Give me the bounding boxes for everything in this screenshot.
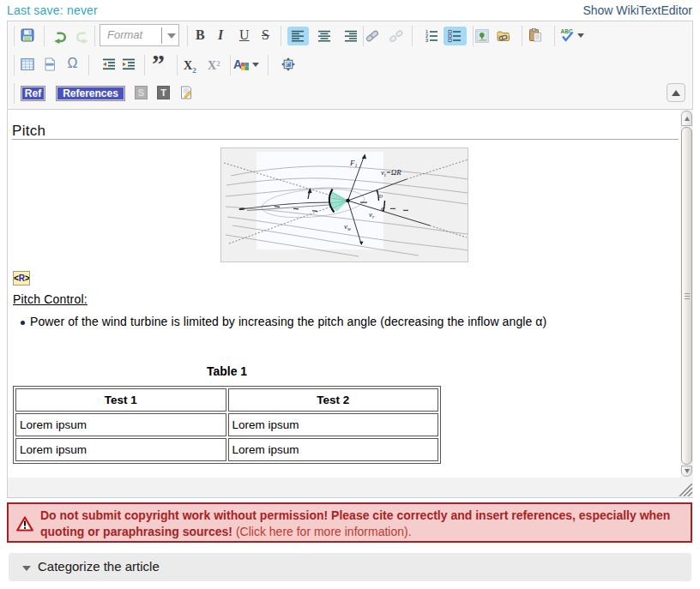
svg-text:3: 3 — [425, 38, 428, 43]
svg-text:α: α — [381, 204, 385, 213]
svg-text:vt=ΩR: vt=ΩR — [381, 168, 401, 177]
svg-text:υ: υ — [379, 191, 383, 200]
